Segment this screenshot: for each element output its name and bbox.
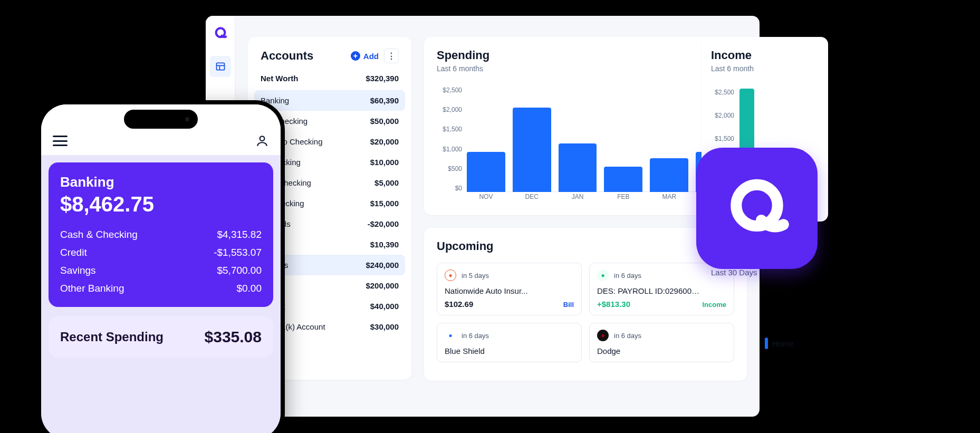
upcoming-name: Nationwide Auto Insur... [445,286,574,295]
account-value: $50,000 [370,117,399,126]
svg-point-5 [260,136,265,141]
spending-bar [513,108,551,192]
app-icon [696,148,818,269]
banking-row: Cash & Checking$4,315.82 [60,229,262,240]
account-value: $200,000 [366,281,399,290]
account-value: $240,000 [366,261,399,270]
banking-row: Savings$5,700.00 [60,265,262,276]
spending-title: Spending [437,49,734,62]
upcoming-item[interactable]: ●in 6 daysBlue Shield [437,323,582,362]
upcoming-name: DES: PAYROLL ID:029600… [597,286,726,295]
account-value: $20,000 [370,137,399,146]
banking-title: Banking [60,174,262,190]
account-value: $40,000 [370,302,399,311]
spending-bar [604,167,642,192]
account-value: -$20,000 [368,219,399,228]
networth-value: $320,390 [366,74,399,83]
upcoming-name: Dodge [597,347,726,355]
spending-subtitle: Last 6 months [437,64,734,73]
phone-frame: Banking $8,462.75 Cash & Checking$4,315.… [37,100,285,433]
desktop-window: Accounts + Add ⋮ Net Worth $320,390 Bank… [206,16,760,417]
recent-spending-title: Recent Spending [60,330,164,344]
spending-y-axis: $2,500$2,000$1,500$1,000$500$0 [437,86,466,203]
account-value: $15,000 [370,199,399,208]
upcoming-when: in 6 days [614,272,641,280]
phone-notch [124,110,198,129]
spending-chart: $2,500$2,000$1,500$1,000$500$0 NOVDECJAN… [437,86,734,203]
upcoming-tag: Bill [563,301,574,309]
account-row[interactable]: Banking$60,390 [254,90,405,111]
spending-bar [467,152,505,192]
plus-icon: + [351,51,360,61]
upcoming-when: in 5 days [462,272,489,280]
banking-row: Other Banking$0.00 [60,283,262,294]
svg-point-0 [216,28,225,37]
networth-label: Net Worth [261,74,298,83]
upcoming-amount: $102.69 [445,300,473,309]
upcoming-name: Blue Shield [445,347,574,355]
svg-rect-1 [216,63,224,70]
banking-row-label: Other Banking [60,283,124,294]
account-value: $10,000 [370,158,399,167]
banking-row-value: $4,315.82 [217,229,262,240]
q-logo-icon [213,25,228,41]
upcoming-item[interactable]: ●in 5 daysNationwide Auto Insur...$102.6… [437,263,582,315]
banking-row-label: Credit [60,247,87,258]
recent-spending-card[interactable]: Recent Spending $335.08 [49,316,273,358]
banking-row-label: Savings [60,265,96,276]
accounts-title: Accounts [261,49,313,63]
menu-icon[interactable] [53,136,68,146]
account-value: $60,390 [370,96,399,105]
banking-row-value: -$1,553.07 [214,247,262,258]
banking-summary-card[interactable]: Banking $8,462.75 Cash & Checking$4,315.… [49,162,273,307]
profile-icon[interactable] [255,134,269,148]
more-menu-button[interactable]: ⋮ [384,49,399,63]
account-value: $10,390 [370,240,399,249]
upcoming-list: ●in 5 daysNationwide Auto Insur...$102.6… [437,263,734,362]
home-legend: Home [765,338,793,349]
spending-bars [467,86,734,192]
merchant-icon: ● [597,330,609,341]
spending-x-axis: NOVDECJANFEBMARAPR [467,193,734,203]
upcoming-amount: +$813.30 [597,300,630,309]
add-account-button[interactable]: + Add [351,51,379,61]
upcoming-item[interactable]: ●in 6 daysDodge [589,323,734,362]
home-legend-label: Home [772,339,793,348]
upcoming-tag: Income [702,301,726,309]
desktop-content: Accounts + Add ⋮ Net Worth $320,390 Bank… [235,16,760,417]
banking-row-value: $5,700.00 [217,265,262,276]
spending-bar [650,158,688,192]
banking-row: Credit-$1,553.07 [60,247,262,258]
add-label: Add [363,52,379,61]
account-value: $5,000 [374,178,399,187]
dashboard-icon[interactable] [210,56,231,77]
banking-rows: Cash & Checking$4,315.82Credit-$1,553.07… [60,229,262,294]
account-value: $30,000 [370,322,399,331]
banking-row-value: $0.00 [236,283,262,294]
merchant-icon: ● [445,270,456,281]
spending-bar [559,143,597,192]
banking-total: $8,462.75 [60,193,262,216]
income-period-label: Last 30 Days [711,268,757,277]
merchant-icon: ● [445,330,456,341]
merchant-icon: ● [597,270,609,281]
recent-spending-amount: $335.08 [205,328,262,346]
income-title: Income [711,49,819,62]
upcoming-title: Upcoming [437,239,494,253]
upcoming-when: in 6 days [614,332,641,340]
upcoming-when: in 6 days [462,332,489,340]
income-subtitle: Last 6 month [711,64,819,73]
home-swatch [765,338,768,349]
banking-row-label: Cash & Checking [60,229,138,240]
